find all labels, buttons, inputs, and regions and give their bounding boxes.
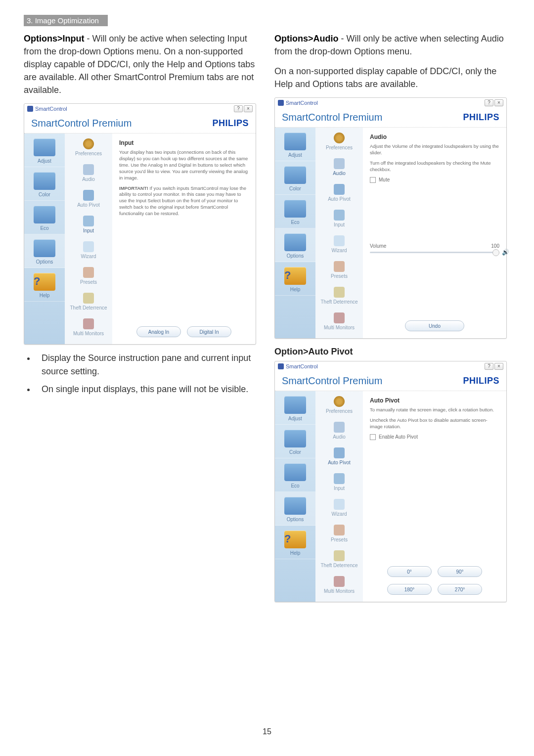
audio-mute-text: Turn off the integrated loudspeakers by … xyxy=(370,160,491,172)
subnav-label: Audio xyxy=(333,434,346,440)
subnav-multi-monitors[interactable]: Multi Monitors xyxy=(324,312,355,330)
lock-icon xyxy=(334,287,345,298)
gear-icon xyxy=(83,138,94,149)
help-button[interactable]: ? xyxy=(485,363,493,370)
subnav-audio[interactable]: Audio xyxy=(333,158,346,176)
subnav-input[interactable]: Input xyxy=(83,216,94,233)
help-button[interactable]: ? xyxy=(485,99,493,106)
subnav-wizard[interactable]: Wizard xyxy=(331,499,347,517)
subnav-label: Input xyxy=(334,486,345,491)
subnav-wizard[interactable]: Wizard xyxy=(331,235,347,253)
subnav-label: Wizard xyxy=(331,248,347,253)
pivot-description-2: Uncheck the Auto Pivot box to disable au… xyxy=(370,417,499,430)
enable-autopivot-row[interactable]: Enable Auto Pivot xyxy=(370,434,499,440)
subnav-label: Theft Deterrence xyxy=(320,299,357,305)
smartcontrol-input-window: SmartControl ? × SmartControl Premium PH… xyxy=(24,103,256,345)
subnav-multi-monitors[interactable]: Multi Monitors xyxy=(324,576,355,594)
presets-icon xyxy=(83,267,94,278)
subnav-wizard[interactable]: Wizard xyxy=(81,241,96,259)
sidebar-label: Adjust xyxy=(38,158,51,164)
subnav-preferences[interactable]: Preferences xyxy=(75,138,102,156)
subnav-presets[interactable]: Presets xyxy=(80,267,97,285)
subnav-input[interactable]: Input xyxy=(334,473,345,491)
subnav-label: Multi Monitors xyxy=(324,325,355,330)
product-name: SmartControl Premium xyxy=(282,112,382,123)
subnav-label: Multi Monitors xyxy=(324,588,355,594)
wizard-icon xyxy=(334,235,345,246)
subnav-label: Input xyxy=(83,228,94,233)
pivot-description-1: To manually rotate the screen image, cli… xyxy=(370,407,499,413)
adjust-icon xyxy=(284,396,306,414)
slider-knob[interactable] xyxy=(492,249,499,256)
left-sidebar: Adjust Color Eco Options ?Help xyxy=(275,391,315,602)
close-button[interactable]: × xyxy=(494,363,503,370)
left-sidebar: Adjust Color Eco Options ?Help xyxy=(24,133,65,344)
right-column: Options>Audio - Will only be active when… xyxy=(274,32,510,608)
sidebar-item-eco[interactable]: Eco xyxy=(24,201,65,234)
checkbox-icon[interactable] xyxy=(370,434,376,440)
sidebar-item-help[interactable]: ?Help xyxy=(275,526,315,559)
subnav-multi-monitors[interactable]: Multi Monitors xyxy=(73,318,104,336)
undo-button[interactable]: Undo xyxy=(405,320,464,331)
subnav-presets[interactable]: Presets xyxy=(331,525,348,542)
sidebar-item-eco[interactable]: Eco xyxy=(275,195,315,228)
subnav-preferences[interactable]: Preferences xyxy=(326,396,353,414)
subnav-label: Theft Deterrence xyxy=(70,305,107,311)
content-title: Audio xyxy=(370,133,499,140)
sidebar-item-color[interactable]: Color xyxy=(275,425,315,458)
sidebar-item-options[interactable]: Options xyxy=(275,228,315,262)
subnav-preferences[interactable]: Preferences xyxy=(326,133,353,150)
titlebar-text: SmartControl xyxy=(286,100,318,106)
sidebar-item-eco[interactable]: Eco xyxy=(275,458,315,492)
subnav-theft[interactable]: Theft Deterrence xyxy=(320,550,357,568)
checkbox-icon[interactable] xyxy=(370,177,376,183)
sidebar-label: Eco xyxy=(40,225,48,231)
subnav-label: Theft Deterrence xyxy=(320,563,357,568)
sidebar-item-adjust[interactable]: Adjust xyxy=(275,391,315,425)
subnav-presets[interactable]: Presets xyxy=(331,261,348,279)
window-titlebar: SmartControl ? × xyxy=(24,104,256,114)
rotate-180-button[interactable]: 180° xyxy=(387,584,432,595)
eco-icon xyxy=(34,206,55,223)
sidebar-item-options[interactable]: Options xyxy=(24,234,65,268)
input-icon xyxy=(334,473,345,484)
rotate-90-button[interactable]: 90° xyxy=(438,566,482,577)
volume-slider[interactable]: 🔊 xyxy=(370,252,499,253)
sidebar-item-adjust[interactable]: Adjust xyxy=(275,128,315,161)
analog-in-button[interactable]: Analog In xyxy=(136,326,181,337)
sidebar-item-color[interactable]: Color xyxy=(24,167,65,201)
speaker-icon: 🔊 xyxy=(502,249,509,256)
presets-icon xyxy=(334,261,345,272)
mute-label: Mute xyxy=(379,177,390,182)
monitors-icon xyxy=(334,312,345,323)
rotate-270-button[interactable]: 270° xyxy=(438,584,482,595)
sidebar-item-help[interactable]: ?Help xyxy=(275,262,315,296)
sidebar-item-adjust[interactable]: Adjust xyxy=(24,133,65,167)
subnav-label: Auto Pivot xyxy=(77,202,100,208)
left-sidebar: Adjust Color Eco Options ?Help xyxy=(275,128,315,338)
mute-checkbox-row[interactable]: Mute xyxy=(370,177,499,183)
input-description-2: IMPORTANT! If you switch inputs SmartCon… xyxy=(119,185,249,217)
sidebar-item-help[interactable]: ?Help xyxy=(24,268,65,302)
subnav-auto-pivot[interactable]: Auto Pivot xyxy=(77,190,100,208)
subnav-auto-pivot[interactable]: Auto Pivot xyxy=(328,184,351,202)
subnav-label: Auto Pivot xyxy=(328,460,351,465)
close-button[interactable]: × xyxy=(244,105,253,112)
subnav-theft[interactable]: Theft Deterrence xyxy=(320,287,357,305)
close-button[interactable]: × xyxy=(494,99,503,106)
list-item: Display the Source instruction pane and … xyxy=(36,352,260,377)
help-button[interactable]: ? xyxy=(234,105,243,112)
brand-logo: PHILIPS xyxy=(463,376,499,386)
subnav-audio[interactable]: Audio xyxy=(82,164,95,182)
digital-in-button[interactable]: Digital In xyxy=(187,326,231,337)
subnav-input[interactable]: Input xyxy=(334,210,345,227)
subnav-audio[interactable]: Audio xyxy=(333,422,346,440)
input-icon xyxy=(83,216,94,226)
sidebar-item-color[interactable]: Color xyxy=(275,161,315,195)
sidebar-item-options[interactable]: Options xyxy=(275,492,315,526)
rotate-0-button[interactable]: 0° xyxy=(387,566,432,577)
rotate-icon xyxy=(334,447,345,458)
speaker-icon xyxy=(83,164,94,175)
subnav-auto-pivot[interactable]: Auto Pivot xyxy=(328,447,351,465)
subnav-theft[interactable]: Theft Deterrence xyxy=(70,293,107,311)
